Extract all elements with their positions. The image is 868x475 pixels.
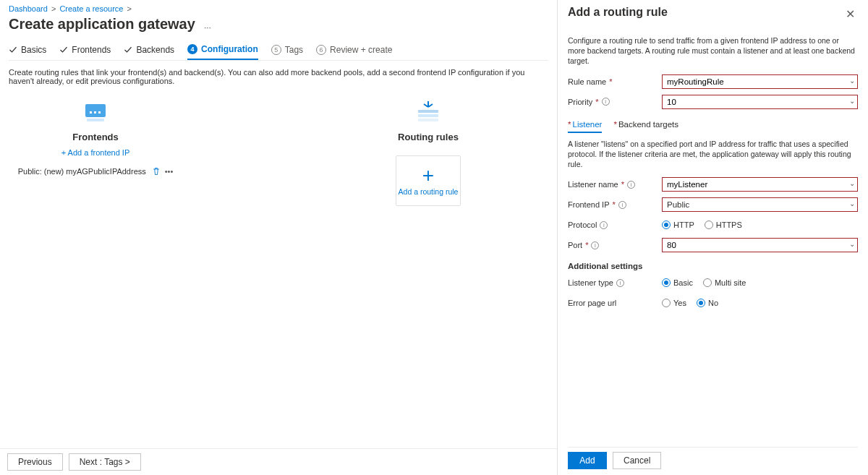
svg-rect-4	[87, 119, 104, 121]
tab-backends-label: Backends	[136, 45, 174, 55]
page-title: Create application gateway	[9, 16, 195, 33]
error-page-yes-radio[interactable]: Yes	[662, 299, 686, 307]
breadcrumb-separator: >	[50, 4, 57, 13]
listener-name-input[interactable]: ⌄	[662, 177, 858, 192]
breadcrumb-item-create-resource[interactable]: Create a resource	[59, 4, 123, 13]
error-page-url-label: Error page url	[568, 299, 662, 307]
tab-frontends-label: Frontends	[72, 45, 111, 55]
check-icon	[59, 46, 68, 54]
check-icon	[124, 46, 132, 54]
add-frontend-ip-link[interactable]: + Add a frontend IP	[61, 148, 130, 157]
protocol-http-radio[interactable]: HTTP	[662, 221, 694, 229]
protocol-https-radio[interactable]: HTTPS	[705, 221, 742, 229]
panel-description: Configure a routing rule to send traffic…	[568, 35, 858, 67]
wizard-footer: Previous Next : Tags >	[0, 448, 557, 475]
tab-tags[interactable]: 5 Tags	[271, 40, 303, 59]
svg-rect-2	[94, 111, 96, 114]
frontends-icon	[80, 100, 111, 126]
priority-input[interactable]: ⌄	[662, 95, 858, 109]
main-content: Dashboard > Create a resource > Create a…	[0, 0, 557, 475]
port-input[interactable]: ⌄	[662, 238, 858, 252]
more-actions-button[interactable]: ···	[201, 20, 214, 35]
plus-icon: +	[422, 166, 434, 186]
panel-title: Add a routing rule	[568, 6, 668, 19]
svg-rect-7	[418, 119, 438, 121]
info-icon[interactable]: i	[616, 279, 624, 287]
add-routing-rule-label: Add a routing rule	[399, 187, 459, 197]
error-page-no-radio[interactable]: No	[697, 299, 718, 307]
listener-name-label: Listener name * i	[568, 180, 662, 189]
tab-basics-label: Basics	[21, 45, 46, 55]
priority-label: Priority * i	[568, 98, 662, 106]
listener-type-label: Listener type i	[568, 278, 662, 287]
step-number-icon: 6	[316, 45, 326, 55]
rule-name-label: Rule name *	[568, 77, 662, 86]
info-icon[interactable]: i	[602, 98, 610, 106]
breadcrumb: Dashboard > Create a resource >	[9, 4, 548, 13]
rule-name-input[interactable]: ⌄	[662, 74, 858, 89]
svg-rect-1	[90, 111, 92, 114]
breadcrumb-separator: >	[126, 4, 133, 13]
tab-frontends[interactable]: Frontends	[59, 40, 111, 59]
info-icon[interactable]: i	[591, 241, 599, 249]
tab-backends[interactable]: Backends	[124, 40, 174, 59]
routing-rules-icon	[412, 100, 444, 126]
info-icon[interactable]: i	[600, 221, 608, 229]
close-panel-button[interactable]: ✕	[843, 6, 858, 22]
tab-basics[interactable]: Basics	[9, 40, 46, 59]
routing-rules-title: Routing rules	[398, 132, 459, 142]
step-number-icon: 5	[271, 45, 281, 55]
cancel-button[interactable]: Cancel	[613, 452, 661, 469]
routing-rules-column: Routing rules + Add a routing rule	[349, 100, 508, 206]
subtab-backend-targets[interactable]: *Backend targets	[613, 120, 678, 133]
step-number-icon: 4	[187, 44, 197, 54]
check-icon	[9, 46, 17, 54]
next-button[interactable]: Next : Tags >	[69, 453, 141, 471]
frontend-ip-label: Frontend IP * i	[568, 200, 662, 209]
delete-frontend-icon[interactable]	[152, 167, 161, 176]
svg-rect-5	[418, 110, 438, 113]
more-frontend-icon[interactable]: •••	[165, 167, 174, 176]
add-routing-rule-panel: Add a routing rule ✕ Configure a routing…	[557, 0, 868, 475]
frontends-column: Frontends + Add a frontend IP Public: (n…	[16, 100, 175, 206]
svg-rect-0	[85, 104, 106, 117]
svg-rect-6	[418, 114, 438, 117]
add-button[interactable]: Add	[568, 452, 607, 469]
frontends-title: Frontends	[72, 132, 119, 142]
protocol-label: Protocol i	[568, 221, 662, 229]
listener-description: A listener "listens" on a specified port…	[568, 139, 858, 170]
tab-review-label: Review + create	[330, 45, 392, 55]
panel-footer: Add Cancel	[568, 447, 858, 475]
info-icon[interactable]: i	[618, 201, 626, 209]
page-description: Create routing rules that link your fron…	[9, 68, 548, 85]
additional-settings-header: Additional settings	[568, 262, 858, 270]
add-routing-rule-tile[interactable]: + Add a routing rule	[396, 155, 461, 206]
info-icon[interactable]: i	[627, 181, 635, 189]
previous-button[interactable]: Previous	[7, 453, 63, 471]
tab-configuration[interactable]: 4 Configuration	[187, 40, 258, 60]
frontend-ip-item: Public: (new) myAGPublicIPAddress	[18, 167, 146, 176]
port-label: Port * i	[568, 241, 662, 249]
listener-type-multi-radio[interactable]: Multi site	[703, 278, 746, 287]
tab-configuration-label: Configuration	[201, 44, 258, 54]
svg-rect-3	[98, 111, 101, 114]
wizard-tabs: Basics Frontends Backends 4 Configuratio…	[9, 40, 548, 61]
tab-tags-label: Tags	[285, 45, 303, 55]
frontend-ip-select[interactable]: Public⌄	[662, 197, 858, 212]
subtab-listener[interactable]: *Listener	[568, 120, 602, 133]
breadcrumb-item-dashboard[interactable]: Dashboard	[9, 4, 48, 13]
tab-review[interactable]: 6 Review + create	[316, 40, 392, 59]
panel-subtabs: *Listener *Backend targets	[568, 120, 858, 133]
listener-type-basic-radio[interactable]: Basic	[662, 278, 693, 287]
